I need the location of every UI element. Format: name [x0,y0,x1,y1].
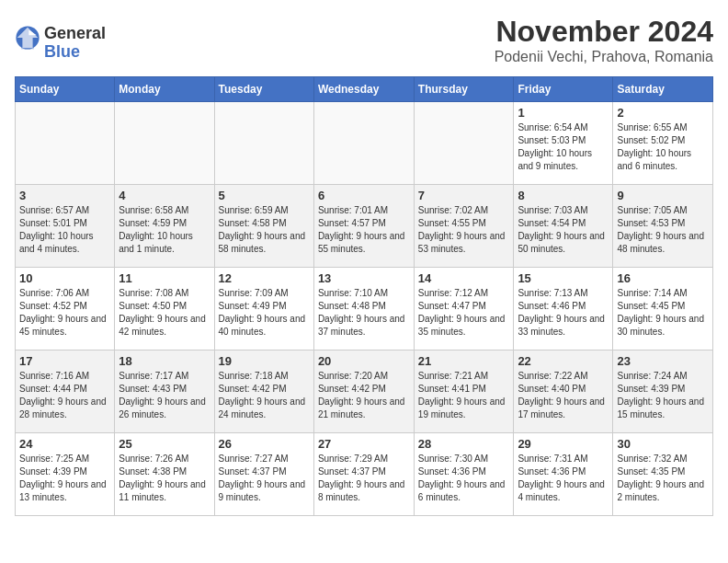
day-number: 10 [19,271,110,285]
title-section: November 2024 Podenii Vechi, Prahova, Ro… [495,15,713,65]
day-info: Sunrise: 7:30 AM Sunset: 4:36 PM Dayligh… [418,453,510,504]
calendar-header-thursday: Thursday [414,77,514,102]
calendar-header-friday: Friday [514,77,613,102]
logo-general: General [44,24,106,42]
calendar-cell: 12Sunrise: 7:09 AM Sunset: 4:49 PM Dayli… [214,268,313,350]
calendar-cell: 10Sunrise: 7:06 AM Sunset: 4:52 PM Dayli… [16,268,115,350]
day-info: Sunrise: 6:57 AM Sunset: 5:01 PM Dayligh… [19,204,110,256]
day-number: 25 [119,437,210,451]
logo-blue: Blue [44,42,80,61]
day-number: 20 [318,354,410,368]
calendar-cell: 6Sunrise: 7:01 AM Sunset: 4:57 PM Daylig… [313,185,414,268]
logo-text: General Blue [44,25,106,62]
calendar-header-saturday: Saturday [613,77,713,102]
day-number: 21 [418,354,510,368]
calendar-header-sunday: Sunday [16,77,115,102]
calendar-cell: 23Sunrise: 7:24 AM Sunset: 4:39 PM Dayli… [613,350,713,433]
day-info: Sunrise: 7:08 AM Sunset: 4:50 PM Dayligh… [119,287,210,339]
day-number: 23 [617,354,709,368]
day-number: 29 [518,437,609,451]
day-number: 14 [418,271,510,285]
day-info: Sunrise: 7:22 AM Sunset: 4:40 PM Dayligh… [518,370,609,421]
calendar-header-monday: Monday [115,77,214,102]
day-info: Sunrise: 7:25 AM Sunset: 4:39 PM Dayligh… [19,453,110,504]
day-info: Sunrise: 6:55 AM Sunset: 5:02 PM Dayligh… [617,121,709,173]
day-number: 18 [119,354,210,368]
day-info: Sunrise: 7:02 AM Sunset: 4:55 PM Dayligh… [418,204,510,256]
calendar-cell: 1Sunrise: 6:54 AM Sunset: 5:03 PM Daylig… [514,102,613,185]
calendar-week-5: 24Sunrise: 7:25 AM Sunset: 4:39 PM Dayli… [16,433,713,516]
calendar-cell: 13Sunrise: 7:10 AM Sunset: 4:48 PM Dayli… [313,268,414,350]
day-number: 3 [19,189,110,202]
location-subtitle: Podenii Vechi, Prahova, Romania [495,49,713,65]
calendar-cell [214,102,313,185]
calendar-cell [414,102,514,185]
calendar-cell: 22Sunrise: 7:22 AM Sunset: 4:40 PM Dayli… [514,350,613,433]
day-info: Sunrise: 7:18 AM Sunset: 4:42 PM Dayligh… [219,370,310,421]
day-info: Sunrise: 7:29 AM Sunset: 4:37 PM Dayligh… [318,453,410,504]
day-number: 12 [219,271,310,285]
calendar-cell: 16Sunrise: 7:14 AM Sunset: 4:45 PM Dayli… [613,268,713,350]
day-info: Sunrise: 7:20 AM Sunset: 4:42 PM Dayligh… [318,370,410,421]
day-number: 26 [219,437,310,451]
calendar-cell: 3Sunrise: 6:57 AM Sunset: 5:01 PM Daylig… [16,185,115,268]
day-info: Sunrise: 7:01 AM Sunset: 4:57 PM Dayligh… [318,204,410,256]
calendar-cell: 27Sunrise: 7:29 AM Sunset: 4:37 PM Dayli… [313,433,414,516]
calendar-cell [16,102,115,185]
day-number: 28 [418,437,510,451]
calendar-week-2: 3Sunrise: 6:57 AM Sunset: 5:01 PM Daylig… [16,185,713,268]
calendar-cell: 19Sunrise: 7:18 AM Sunset: 4:42 PM Dayli… [214,350,313,433]
calendar-cell: 4Sunrise: 6:58 AM Sunset: 4:59 PM Daylig… [115,185,214,268]
calendar-cell: 24Sunrise: 7:25 AM Sunset: 4:39 PM Dayli… [16,433,115,516]
day-info: Sunrise: 7:31 AM Sunset: 4:36 PM Dayligh… [518,453,609,504]
logo-icon [15,25,40,51]
day-info: Sunrise: 7:09 AM Sunset: 4:49 PM Dayligh… [219,287,310,339]
day-info: Sunrise: 7:05 AM Sunset: 4:53 PM Dayligh… [617,204,709,256]
day-number: 5 [219,189,310,202]
day-info: Sunrise: 7:12 AM Sunset: 4:47 PM Dayligh… [418,287,510,339]
day-info: Sunrise: 7:10 AM Sunset: 4:48 PM Dayligh… [318,287,410,339]
calendar-cell: 21Sunrise: 7:21 AM Sunset: 4:41 PM Dayli… [414,350,514,433]
day-number: 1 [518,106,609,120]
calendar-cell: 26Sunrise: 7:27 AM Sunset: 4:37 PM Dayli… [214,433,313,516]
calendar-week-4: 17Sunrise: 7:16 AM Sunset: 4:44 PM Dayli… [16,350,713,433]
day-number: 11 [119,271,210,285]
day-number: 4 [119,189,210,202]
day-info: Sunrise: 6:59 AM Sunset: 4:58 PM Dayligh… [219,204,310,256]
day-number: 30 [617,437,709,451]
day-number: 19 [219,354,310,368]
day-info: Sunrise: 7:27 AM Sunset: 4:37 PM Dayligh… [219,453,310,504]
calendar-table: SundayMondayTuesdayWednesdayThursdayFrid… [15,76,713,516]
day-number: 15 [518,271,609,285]
day-info: Sunrise: 7:26 AM Sunset: 4:38 PM Dayligh… [119,453,210,504]
calendar-cell: 15Sunrise: 7:13 AM Sunset: 4:46 PM Dayli… [514,268,613,350]
day-info: Sunrise: 7:16 AM Sunset: 4:44 PM Dayligh… [19,370,110,421]
top-bar: General Blue November 2024 Podenii Vechi… [15,15,713,69]
calendar-cell: 25Sunrise: 7:26 AM Sunset: 4:38 PM Dayli… [115,433,214,516]
calendar-cell: 17Sunrise: 7:16 AM Sunset: 4:44 PM Dayli… [16,350,115,433]
calendar-cell [115,102,214,185]
day-info: Sunrise: 7:24 AM Sunset: 4:39 PM Dayligh… [617,370,709,421]
day-info: Sunrise: 6:58 AM Sunset: 4:59 PM Dayligh… [119,204,210,256]
day-info: Sunrise: 7:03 AM Sunset: 4:54 PM Dayligh… [518,204,609,256]
logo: General Blue [15,25,106,62]
calendar-cell: 11Sunrise: 7:08 AM Sunset: 4:50 PM Dayli… [115,268,214,350]
day-number: 6 [318,189,410,202]
day-number: 27 [318,437,410,451]
calendar-cell: 2Sunrise: 6:55 AM Sunset: 5:02 PM Daylig… [613,102,713,185]
day-number: 8 [518,189,609,202]
calendar-cell: 28Sunrise: 7:30 AM Sunset: 4:36 PM Dayli… [414,433,514,516]
day-info: Sunrise: 6:54 AM Sunset: 5:03 PM Dayligh… [518,121,609,173]
calendar-cell: 20Sunrise: 7:20 AM Sunset: 4:42 PM Dayli… [313,350,414,433]
day-info: Sunrise: 7:21 AM Sunset: 4:41 PM Dayligh… [418,370,510,421]
month-title: November 2024 [495,15,713,49]
day-number: 7 [418,189,510,202]
day-info: Sunrise: 7:17 AM Sunset: 4:43 PM Dayligh… [119,370,210,421]
day-number: 13 [318,271,410,285]
day-info: Sunrise: 7:13 AM Sunset: 4:46 PM Dayligh… [518,287,609,339]
day-info: Sunrise: 7:14 AM Sunset: 4:45 PM Dayligh… [617,287,709,339]
day-number: 16 [617,271,709,285]
day-number: 24 [19,437,110,451]
calendar-week-3: 10Sunrise: 7:06 AM Sunset: 4:52 PM Dayli… [16,268,713,350]
calendar-cell: 7Sunrise: 7:02 AM Sunset: 4:55 PM Daylig… [414,185,514,268]
